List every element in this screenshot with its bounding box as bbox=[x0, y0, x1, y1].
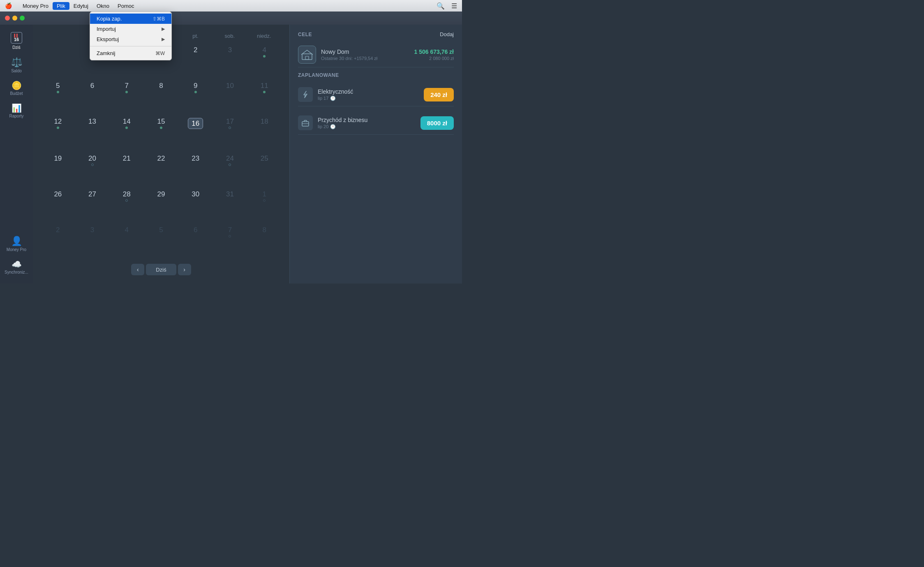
calendar-day-1b[interactable]: 1 bbox=[247, 188, 281, 223]
elektrycznosc-name: Elektryczność bbox=[318, 88, 419, 95]
zamknij-label: Zamknij bbox=[97, 50, 116, 56]
clock-icon-0: 🕐 bbox=[330, 96, 336, 101]
calendar-day-10[interactable]: 10 bbox=[213, 80, 247, 115]
user-icon: 👤 bbox=[11, 237, 22, 246]
dropdown-eksportuj[interactable]: Eksportuj ▶ bbox=[90, 34, 171, 44]
goal-icon-house bbox=[298, 46, 316, 64]
sidebar-item-today[interactable]: ▌▌ 16 Dziś bbox=[0, 28, 33, 54]
day-header-pt: pt. bbox=[178, 31, 213, 41]
dropdown-zamknij[interactable]: Zamknij ⌘W bbox=[90, 48, 171, 58]
calendar-day-17[interactable]: 17 bbox=[213, 115, 247, 152]
calendar-grid: 1 2 3 4 5 6 7 8 9 10 11 12 13 14 15 16 1… bbox=[41, 44, 281, 259]
przychod-date: lip 20 🕐 bbox=[318, 124, 416, 129]
calendar-day-8[interactable]: 8 bbox=[144, 80, 178, 115]
calendar-day-4b[interactable]: 4 bbox=[110, 224, 143, 259]
calendar-section: czw. pt. sob. niedz. 1 2 3 4 5 6 7 8 bbox=[33, 25, 289, 284]
eksportuj-label: Eksportuj bbox=[97, 36, 119, 42]
goal-name: Nowy Dom bbox=[321, 48, 409, 55]
calendar-day-7b[interactable]: 7 bbox=[213, 224, 247, 259]
list-icon[interactable]: ☰ bbox=[451, 2, 457, 10]
next-month-button[interactable]: › bbox=[178, 264, 191, 275]
calendar-day-3b[interactable]: 3 bbox=[76, 224, 109, 259]
maximize-button[interactable] bbox=[20, 16, 25, 21]
budget-label: Budżet bbox=[10, 91, 23, 96]
menu-plik[interactable]: Plik bbox=[53, 2, 69, 10]
today-button[interactable]: Dziś bbox=[146, 264, 176, 275]
calendar-day-20[interactable]: 20 bbox=[76, 152, 109, 187]
przychod-amount-button[interactable]: 8000 zł bbox=[420, 116, 454, 130]
app-body: ▌▌ 16 Dziś ⚖️ Saldo 🪙 Budżet 📊 Raporty 👤… bbox=[0, 25, 462, 284]
calendar-day-29[interactable]: 29 bbox=[144, 188, 178, 223]
budget-icon: 🪙 bbox=[12, 81, 22, 90]
calendar-day-25[interactable]: 25 bbox=[247, 152, 281, 187]
minimize-button[interactable] bbox=[12, 16, 17, 21]
app-name-menu[interactable]: Money Pro bbox=[18, 2, 53, 10]
elektrycznosc-info: Elektryczność lip 17 🕐 bbox=[318, 88, 419, 101]
clock-icon-1: 🕐 bbox=[330, 124, 336, 129]
sidebar-item-reports[interactable]: 📊 Raporty bbox=[0, 100, 33, 122]
calendar-day-31[interactable]: 31 bbox=[213, 188, 247, 223]
calendar-day-19[interactable]: 19 bbox=[41, 152, 75, 187]
goal-info: Nowy Dom Ostatnie 30 dni: +1579,54 zł bbox=[321, 48, 409, 61]
day-header-niedz: niedz. bbox=[247, 31, 281, 41]
dropdown-importuj[interactable]: Importuj ▶ bbox=[90, 24, 171, 34]
scheduled-item-przychod[interactable]: Przychód z biznesu lip 20 🕐 8000 zł bbox=[298, 111, 454, 135]
sidebar-item-sync[interactable]: ☁️ Synchroniz... bbox=[0, 256, 33, 279]
calendar-day-21[interactable]: 21 bbox=[110, 152, 143, 187]
reports-label: Raporty bbox=[9, 114, 23, 118]
calendar-day-23[interactable]: 23 bbox=[179, 152, 213, 187]
apple-logo-icon[interactable]: 🍎 bbox=[5, 2, 12, 9]
calendar-day-6[interactable]: 6 bbox=[76, 80, 109, 115]
calendar-day-28[interactable]: 28 bbox=[110, 188, 143, 223]
sidebar-bottom: 👤 Money Pro ☁️ Synchroniz... bbox=[0, 233, 33, 284]
main-content: czw. pt. sob. niedz. 1 2 3 4 5 6 7 8 bbox=[33, 25, 462, 284]
calendar-day-15[interactable]: 15 bbox=[144, 115, 178, 152]
sync-label: Synchroniz... bbox=[5, 270, 28, 274]
przychod-info: Przychód z biznesu lip 20 🕐 bbox=[318, 117, 416, 129]
calendar-day-24[interactable]: 24 bbox=[213, 152, 247, 187]
menu-okno[interactable]: Okno bbox=[92, 2, 113, 10]
balance-icon: ⚖️ bbox=[11, 58, 22, 67]
menu-pomoc[interactable]: Pomoc bbox=[113, 2, 138, 10]
calendar-day-22[interactable]: 22 bbox=[144, 152, 178, 187]
calendar-day-2b[interactable]: 2 bbox=[41, 224, 75, 259]
calendar-day-5[interactable]: 5 bbox=[41, 80, 75, 115]
dropdown-kopia[interactable]: Kopia zap. ⇧⌘B bbox=[90, 14, 171, 24]
close-button[interactable] bbox=[5, 16, 10, 21]
importuj-arrow: ▶ bbox=[162, 26, 165, 32]
goal-current-amount: 1 506 673,76 zł bbox=[414, 48, 454, 55]
calendar-day-9[interactable]: 9 bbox=[179, 80, 213, 115]
calendar-day-4[interactable]: 4 bbox=[247, 44, 281, 79]
goal-item-nowy-dom[interactable]: Nowy Dom Ostatnie 30 dni: +1579,54 zł 1 … bbox=[298, 42, 454, 67]
search-icon[interactable]: 🔍 bbox=[437, 2, 445, 10]
calendar-day-30[interactable]: 30 bbox=[179, 188, 213, 223]
calendar-day-27[interactable]: 27 bbox=[76, 188, 109, 223]
sidebar-item-budget[interactable]: 🪙 Budżet bbox=[0, 77, 33, 100]
goal-amounts: 1 506 673,76 zł 2 080 000 zł bbox=[414, 48, 454, 61]
calendar-day-18[interactable]: 18 bbox=[247, 115, 281, 152]
calendar-day-12[interactable]: 12 bbox=[41, 115, 75, 152]
traffic-lights bbox=[5, 16, 25, 21]
calendar-day-11[interactable]: 11 bbox=[247, 80, 281, 115]
scheduled-item-elektrycznosc[interactable]: Elektryczność lip 17 🕐 240 zł bbox=[298, 83, 454, 106]
add-button[interactable]: Dodaj bbox=[440, 31, 454, 37]
menu-edytuj[interactable]: Edytuj bbox=[69, 2, 92, 10]
calendar-day-6b[interactable]: 6 bbox=[179, 224, 213, 259]
calendar-day-3[interactable]: 3 bbox=[213, 44, 247, 79]
prev-month-button[interactable]: ‹ bbox=[131, 264, 144, 275]
calendar-day-7[interactable]: 7 bbox=[110, 80, 143, 115]
calendar-day-13[interactable]: 13 bbox=[76, 115, 109, 152]
calendar-day-26[interactable]: 26 bbox=[41, 188, 75, 223]
sidebar-item-balance[interactable]: ⚖️ Saldo bbox=[0, 54, 33, 77]
calendar-day[interactable] bbox=[41, 44, 75, 79]
elektrycznosc-amount-button[interactable]: 240 zł bbox=[424, 88, 454, 101]
svg-rect-1 bbox=[305, 56, 309, 60]
calendar-day-8b[interactable]: 8 bbox=[247, 224, 281, 259]
calendar-day-2[interactable]: 2 bbox=[179, 44, 213, 79]
calendar-day-14[interactable]: 14 bbox=[110, 115, 143, 152]
calendar-day-5b[interactable]: 5 bbox=[144, 224, 178, 259]
calendar-day-16-today[interactable]: 16 bbox=[179, 115, 213, 152]
right-panel: CELE Dodaj Nowy Dom Ostatnie 30 dni: +15… bbox=[289, 25, 462, 284]
sidebar-item-moneypro[interactable]: 👤 Money Pro bbox=[0, 233, 33, 256]
plik-dropdown: Kopia zap. ⇧⌘B Importuj ▶ Eksportuj ▶ Za… bbox=[90, 12, 172, 60]
